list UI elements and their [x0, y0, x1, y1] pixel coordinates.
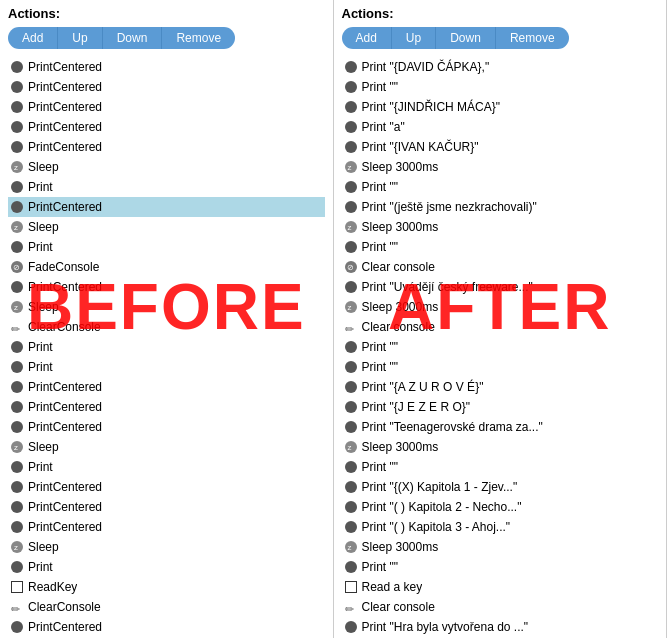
- list-item[interactable]: ⊘ Clear console: [342, 257, 659, 277]
- list-item[interactable]: PrintCentered: [8, 77, 325, 97]
- action-label: PrintCentered: [28, 518, 102, 536]
- action-label: Print "a": [362, 118, 405, 136]
- list-item[interactable]: z Sleep 3000ms: [342, 437, 659, 457]
- right-toolbar: Add Up Down Remove: [342, 27, 659, 49]
- list-item[interactable]: Print: [8, 237, 325, 257]
- left-up-button[interactable]: Up: [58, 27, 102, 49]
- list-item[interactable]: PrintCentered: [8, 57, 325, 77]
- list-item[interactable]: Print "Hra byla vytvořena do ...": [342, 617, 659, 637]
- list-item[interactable]: Print: [8, 337, 325, 357]
- action-label: PrintCentered: [28, 418, 102, 436]
- list-item[interactable]: PrintCentered: [8, 517, 325, 537]
- action-label: ClearConsole: [28, 598, 101, 616]
- list-item[interactable]: PrintCentered: [8, 197, 325, 217]
- list-item[interactable]: Print "": [342, 457, 659, 477]
- list-item[interactable]: Print "": [342, 237, 659, 257]
- fade-icon: ⊘: [11, 261, 23, 273]
- right-remove-button[interactable]: Remove: [496, 27, 569, 49]
- print-icon: [11, 141, 23, 153]
- print-icon: [345, 361, 357, 373]
- action-label: Print "Uvádějí český freeware...": [362, 278, 533, 296]
- list-item[interactable]: ✏ ClearConsole: [8, 317, 325, 337]
- action-label: Print: [28, 178, 53, 196]
- list-item[interactable]: Print: [8, 457, 325, 477]
- left-remove-button[interactable]: Remove: [162, 27, 235, 49]
- list-item[interactable]: Read a key: [342, 577, 659, 597]
- list-item[interactable]: PrintCentered: [8, 417, 325, 437]
- list-item[interactable]: Print: [8, 177, 325, 197]
- list-item[interactable]: PrintCentered: [8, 277, 325, 297]
- action-label: Print "": [362, 458, 399, 476]
- list-item[interactable]: Print "{J E Z E R O}": [342, 397, 659, 417]
- print-icon: [345, 61, 357, 73]
- action-label: Print "{JINDŘICH MÁCA}": [362, 98, 501, 116]
- print-icon: [345, 101, 357, 113]
- list-item[interactable]: PrintCentered: [8, 97, 325, 117]
- list-item[interactable]: z Sleep: [8, 297, 325, 317]
- list-item[interactable]: Print "a": [342, 117, 659, 137]
- list-item[interactable]: z Sleep: [8, 217, 325, 237]
- list-item[interactable]: z Sleep: [8, 157, 325, 177]
- left-down-button[interactable]: Down: [103, 27, 163, 49]
- list-item[interactable]: z Sleep 3000ms: [342, 217, 659, 237]
- print-icon: [11, 381, 23, 393]
- action-label: PrintCentered: [28, 618, 102, 636]
- list-item[interactable]: Print "{DAVID ČÁPKA},": [342, 57, 659, 77]
- list-item[interactable]: PrintCentered: [8, 377, 325, 397]
- print-icon: [345, 181, 357, 193]
- list-item[interactable]: ✏ ClearConsole: [8, 597, 325, 617]
- list-item[interactable]: PrintCentered: [8, 497, 325, 517]
- print-icon: [345, 481, 357, 493]
- list-item[interactable]: z Sleep 3000ms: [342, 297, 659, 317]
- clear-icon: ✏: [11, 601, 23, 613]
- action-label: Sleep: [28, 218, 59, 236]
- list-item[interactable]: Print "": [342, 177, 659, 197]
- action-label: Print "{J E Z E R O}": [362, 398, 471, 416]
- action-label: Print "": [362, 78, 399, 96]
- right-up-button[interactable]: Up: [392, 27, 436, 49]
- action-label: Print "": [362, 178, 399, 196]
- right-action-list: Print "{DAVID ČÁPKA}," Print "" Print "{…: [342, 57, 659, 638]
- action-label: Clear console: [362, 598, 435, 616]
- clear-icon: ✏: [11, 321, 23, 333]
- print-icon: [11, 121, 23, 133]
- list-item[interactable]: Print "{IVAN KAČUR}": [342, 137, 659, 157]
- list-item[interactable]: ⊘ FadeConsole: [8, 257, 325, 277]
- print-icon: [11, 81, 23, 93]
- right-add-button[interactable]: Add: [342, 27, 392, 49]
- list-item[interactable]: z Sleep: [8, 537, 325, 557]
- list-item[interactable]: Print "{(X) Kapitola 1 - Zjev...": [342, 477, 659, 497]
- list-item[interactable]: z Sleep: [8, 437, 325, 457]
- left-panel-title: Actions:: [8, 6, 325, 21]
- list-item[interactable]: z Sleep 3000ms: [342, 157, 659, 177]
- list-item[interactable]: Print "{A Z U R O V É}": [342, 377, 659, 397]
- list-item[interactable]: PrintCentered: [8, 477, 325, 497]
- list-item[interactable]: ReadKey: [8, 577, 325, 597]
- list-item[interactable]: Print "Teenagerovské drama za...": [342, 417, 659, 437]
- list-item[interactable]: ✏ Clear console: [342, 597, 659, 617]
- list-item[interactable]: PrintCentered: [8, 397, 325, 417]
- list-item[interactable]: Print "( ) Kapitola 2 - Necho...": [342, 497, 659, 517]
- right-down-button[interactable]: Down: [436, 27, 496, 49]
- action-label: Print "{DAVID ČÁPKA},": [362, 58, 490, 76]
- print-icon: [11, 281, 23, 293]
- list-item[interactable]: Print "Uvádějí český freeware...": [342, 277, 659, 297]
- list-item[interactable]: PrintCentered: [8, 117, 325, 137]
- list-item[interactable]: PrintCentered: [8, 617, 325, 637]
- list-item[interactable]: z Sleep 3000ms: [342, 537, 659, 557]
- list-item[interactable]: Print "(ještě jsme nezkrachovali)": [342, 197, 659, 217]
- list-item[interactable]: Print: [8, 557, 325, 577]
- list-item[interactable]: Print "": [342, 357, 659, 377]
- list-item[interactable]: PrintCentered: [8, 137, 325, 157]
- list-item[interactable]: Print "( ) Kapitola 3 - Ahoj...": [342, 517, 659, 537]
- list-item[interactable]: Print "{JINDŘICH MÁCA}": [342, 97, 659, 117]
- sleep-icon: z: [11, 161, 23, 173]
- action-label: Print "Hra byla vytvořena do ...": [362, 618, 529, 636]
- list-item[interactable]: ✏ Clear console: [342, 317, 659, 337]
- action-label: Print "{A Z U R O V É}": [362, 378, 484, 396]
- left-add-button[interactable]: Add: [8, 27, 58, 49]
- list-item[interactable]: Print "": [342, 337, 659, 357]
- list-item[interactable]: Print: [8, 357, 325, 377]
- list-item[interactable]: Print "": [342, 557, 659, 577]
- list-item[interactable]: Print "": [342, 77, 659, 97]
